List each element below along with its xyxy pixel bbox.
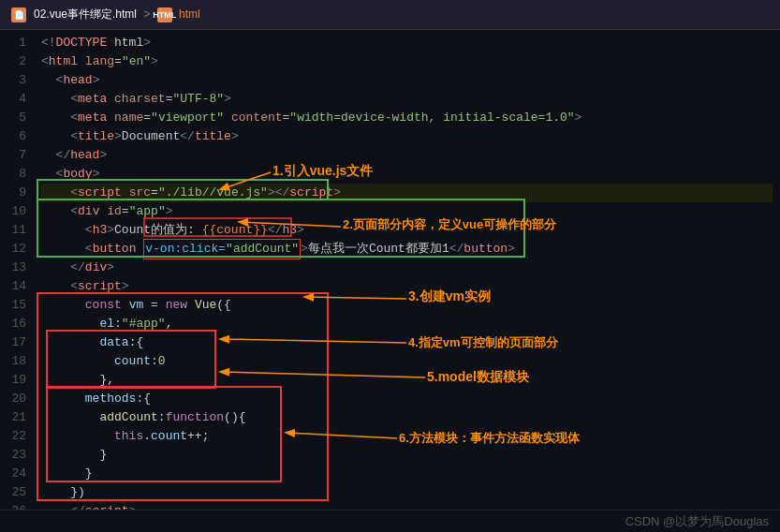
line-numbers: 12345 678910 1112131415 1617181920 21222… xyxy=(0,30,34,510)
code-line: this.count++; xyxy=(41,427,773,446)
code-line: <head> xyxy=(41,71,773,90)
code-line: el:"#app", xyxy=(41,315,773,333)
breadcrumb: 02.vue事件绑定.html > HTML html xyxy=(34,7,200,22)
code-line: <div id="app"> xyxy=(41,202,773,221)
html-icon: HTML xyxy=(157,7,172,22)
code-line: } xyxy=(41,446,773,465)
editor-container: 📄 02.vue事件绑定.html > HTML html 12345 6789… xyxy=(0,0,780,532)
code-line: </div> xyxy=(41,259,773,277)
code-line: } xyxy=(41,465,773,483)
code-line: }) xyxy=(41,483,773,502)
title-bar: 📄 02.vue事件绑定.html > HTML html xyxy=(0,0,780,30)
code-line: <h3>Count的值为: {{count}}</h3> xyxy=(41,221,773,240)
bottom-bar: CSDN @以梦为馬Douglas xyxy=(0,510,780,532)
watermark-text: CSDN @以梦为馬Douglas xyxy=(625,513,769,530)
code-line: <script> xyxy=(41,277,773,296)
code-line: <title>Document</title> xyxy=(41,127,773,146)
code-line: addCount:function(){ xyxy=(41,408,773,427)
code-line: count:0 xyxy=(41,352,773,371)
code-line: <body> xyxy=(41,165,773,184)
code-line: }, xyxy=(41,371,773,390)
code-line: <html lang="en"> xyxy=(41,52,773,71)
code-area: 12345 678910 1112131415 1617181920 21222… xyxy=(0,30,780,510)
code-line: </head> xyxy=(41,146,773,165)
tag-label: html xyxy=(179,7,200,21)
code-line: const vm = new Vue({ xyxy=(41,296,773,315)
file-icon: 📄 xyxy=(11,7,26,22)
code-line: <meta name="viewport" content="width=dev… xyxy=(41,109,773,127)
code-line: data:{ xyxy=(41,333,773,352)
code-line: <meta charset="UTF-8"> xyxy=(41,90,773,109)
code-line: </script> xyxy=(41,502,773,510)
code-line-9: <script src="./lib//vue.js"></script> xyxy=(41,184,773,202)
code-content: <!DOCTYPE html> <html lang="en"> <head> … xyxy=(34,30,780,510)
code-line: methods:{ xyxy=(41,390,773,408)
code-line: <!DOCTYPE html> xyxy=(41,34,773,52)
code-line: <button v-on:click="addCount">每点我一次Count… xyxy=(41,240,773,259)
